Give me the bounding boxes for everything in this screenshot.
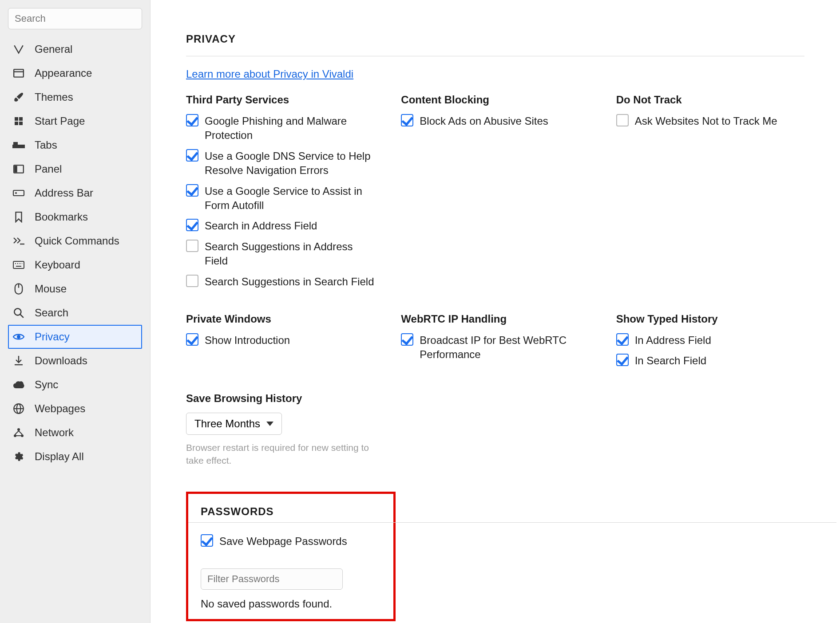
brush-icon: [12, 91, 26, 103]
mouse-icon: [12, 283, 26, 295]
sidebar-item-downloads[interactable]: Downloads: [8, 349, 142, 373]
sidebar-item-start-page[interactable]: Start Page: [8, 109, 142, 133]
keyboard-icon: [12, 260, 26, 269]
sidebar-item-label: Keyboard: [35, 259, 80, 271]
caret-down-icon: [266, 422, 273, 426]
checkbox-row[interactable]: Google Phishing and Malware Protection: [186, 114, 374, 143]
svg-rect-4: [15, 122, 18, 125]
sidebar-item-display-all[interactable]: Display All: [8, 445, 142, 469]
checkbox-label: Block Ads on Abusive Sites: [420, 114, 548, 128]
save-history-hint: Browser restart is required for new sett…: [186, 441, 381, 467]
tabs-icon: [12, 141, 26, 149]
settings-sidebar: General Appearance Themes Start Page Tab…: [0, 0, 151, 623]
subheading: Private Windows: [186, 313, 374, 325]
checkbox-row[interactable]: Show Introduction: [186, 333, 374, 347]
checkbox[interactable]: [186, 275, 198, 287]
privacy-learn-more-link[interactable]: Learn more about Privacy in Vivaldi: [186, 68, 353, 80]
checkbox-row[interactable]: In Search Field: [616, 354, 804, 368]
checkbox-row[interactable]: Ask Websites Not to Track Me: [616, 114, 804, 128]
privacy-section: PRIVACY Learn more about Privacy in Viva…: [186, 33, 804, 467]
network-icon: [12, 427, 26, 438]
subheading: Do Not Track: [616, 94, 804, 106]
sidebar-item-label: Address Bar: [35, 187, 93, 199]
checkbox-row[interactable]: In Address Field: [616, 333, 804, 347]
sidebar-item-appearance[interactable]: Appearance: [8, 61, 142, 85]
sidebar-item-keyboard[interactable]: Keyboard: [8, 253, 142, 277]
sidebar-item-search[interactable]: Search: [8, 301, 142, 325]
checkbox-label: Google Phishing and Malware Protection: [205, 114, 374, 143]
checkbox[interactable]: [186, 114, 198, 126]
sidebar-item-general[interactable]: General: [8, 37, 142, 61]
bookmark-icon: [12, 211, 26, 223]
cloud-icon: [12, 380, 26, 389]
checkbox[interactable]: [401, 114, 413, 126]
do-not-track-column: Do Not Track Ask Websites Not to Track M…: [616, 94, 804, 295]
svg-point-29: [14, 434, 16, 437]
sidebar-item-panel[interactable]: Panel: [8, 157, 142, 181]
sidebar-item-label: Panel: [35, 163, 62, 175]
save-passwords-checkbox[interactable]: [201, 534, 213, 547]
checkbox-row[interactable]: Search in Address Field: [186, 219, 374, 233]
sidebar-item-bookmarks[interactable]: Bookmarks: [8, 205, 142, 229]
sidebar-item-label: Tabs: [35, 139, 57, 151]
checkbox[interactable]: [186, 149, 198, 162]
checkbox[interactable]: [186, 219, 198, 231]
grid-icon: [12, 116, 26, 126]
checkbox[interactable]: [186, 333, 198, 346]
sidebar-search-input[interactable]: [8, 8, 142, 29]
checkbox-row[interactable]: Use a Google Service to Assist in Form A…: [186, 184, 374, 213]
sidebar-item-webpages[interactable]: Webpages: [8, 397, 142, 421]
sidebar-item-themes[interactable]: Themes: [8, 85, 142, 109]
checkbox-label: In Search Field: [635, 354, 706, 368]
sidebar-item-label: Search: [35, 307, 68, 319]
checkbox-row[interactable]: Block Ads on Abusive Sites: [401, 114, 589, 128]
sidebar-item-label: Sync: [35, 379, 58, 391]
svg-rect-2: [15, 117, 18, 121]
divider: [186, 56, 804, 56]
checkbox[interactable]: [186, 184, 198, 197]
privacy-section-title: PRIVACY: [186, 33, 804, 45]
passwords-section-title: PASSWORDS: [201, 505, 381, 518]
sidebar-item-label: Privacy: [35, 331, 70, 343]
sidebar-item-label: Webpages: [35, 402, 85, 415]
checkbox-label: Broadcast IP for Best WebRTC Performance: [420, 333, 589, 362]
sidebar-item-address-bar[interactable]: Address Bar: [8, 181, 142, 205]
sidebar-item-mouse[interactable]: Mouse: [8, 277, 142, 301]
sidebar-item-network[interactable]: Network: [8, 421, 142, 445]
svg-rect-0: [14, 69, 24, 77]
filter-passwords-input[interactable]: [201, 568, 343, 590]
sidebar-item-tabs[interactable]: Tabs: [8, 133, 142, 157]
checkbox-row[interactable]: Search Suggestions in Search Field: [186, 275, 374, 289]
checkbox-row[interactable]: Search Suggestions in Address Field: [186, 240, 374, 268]
checkbox[interactable]: [401, 333, 413, 346]
save-history-block: Save Browsing History Three Months Brows…: [186, 392, 804, 467]
subheading: WebRTC IP Handling: [401, 313, 589, 325]
checkbox[interactable]: [616, 114, 629, 126]
checkbox[interactable]: [186, 240, 198, 252]
svg-rect-5: [19, 122, 23, 125]
checkbox-label: Use a Google DNS Service to Help Resolve…: [205, 149, 374, 178]
sidebar-item-label: Appearance: [35, 67, 92, 79]
divider: [188, 522, 836, 523]
passwords-highlight-box: PASSWORDS Save Webpage Passwords No save…: [186, 492, 396, 621]
sidebar-item-quick-commands[interactable]: Quick Commands: [8, 229, 142, 253]
save-history-select[interactable]: Three Months: [186, 413, 282, 435]
sidebar-item-privacy[interactable]: Privacy: [8, 325, 142, 349]
checkbox-row[interactable]: Broadcast IP for Best WebRTC Performance: [401, 333, 589, 362]
checkbox[interactable]: [616, 333, 629, 346]
vivaldi-icon: [12, 43, 26, 55]
checkbox-label: Use a Google Service to Assist in Form A…: [205, 184, 374, 213]
sidebar-item-label: Themes: [35, 91, 73, 103]
sidebar-item-sync[interactable]: Sync: [8, 373, 142, 397]
checkbox[interactable]: [616, 354, 629, 366]
sidebar-search-wrap: [8, 8, 142, 29]
checkbox-row[interactable]: Save Webpage Passwords: [201, 534, 381, 548]
terminal-icon: [12, 237, 26, 245]
subheading: Content Blocking: [401, 94, 589, 106]
privacy-grid-row1: Third Party Services Google Phishing and…: [186, 94, 804, 295]
checkbox-label: Search Suggestions in Address Field: [205, 240, 374, 268]
webrtc-column: WebRTC IP Handling Broadcast IP for Best…: [401, 313, 589, 375]
checkbox-label: Search in Address Field: [205, 219, 317, 233]
checkbox-row[interactable]: Use a Google DNS Service to Help Resolve…: [186, 149, 374, 178]
download-icon: [12, 355, 26, 367]
